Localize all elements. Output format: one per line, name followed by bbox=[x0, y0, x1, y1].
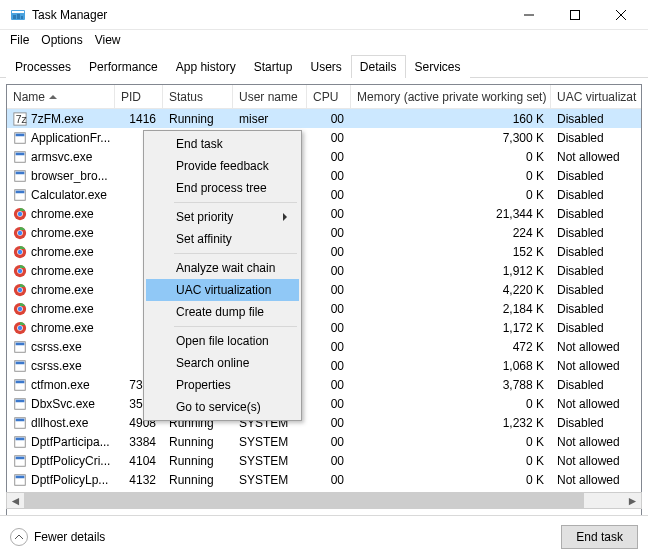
menu-item-uac-virtualization[interactable]: UAC virtualization bbox=[146, 279, 299, 301]
table-row[interactable]: Calculator.exe000 KDisabled bbox=[7, 185, 641, 204]
cell-uac: Disabled bbox=[551, 187, 637, 203]
menu-item-set-priority[interactable]: Set priority bbox=[146, 206, 299, 228]
table-row[interactable]: dllhost.exe4908RunningSYSTEM001,232 KDis… bbox=[7, 413, 641, 432]
cell-user: SYSTEM bbox=[233, 434, 307, 450]
footer-bar: Fewer details End task bbox=[0, 515, 648, 557]
process-icon bbox=[13, 264, 27, 278]
tab-performance[interactable]: Performance bbox=[80, 55, 167, 78]
table-row[interactable]: DbxSvc.exe3556RunningSYSTEM000 KNot allo… bbox=[7, 394, 641, 413]
cell-cpu: 00 bbox=[307, 244, 351, 260]
table-row[interactable]: ApplicationFr...007,300 KDisabled bbox=[7, 128, 641, 147]
table-row[interactable]: chrome.exe004,220 KDisabled bbox=[7, 280, 641, 299]
maximize-button[interactable] bbox=[552, 0, 598, 30]
cell-uac: Not allowed bbox=[551, 434, 637, 450]
cell-memory: 3,788 K bbox=[351, 377, 551, 393]
svg-rect-16 bbox=[16, 171, 25, 174]
process-icon bbox=[13, 283, 27, 297]
scroll-left-icon[interactable]: ◄ bbox=[7, 493, 24, 508]
cell-memory: 2,184 K bbox=[351, 301, 551, 317]
scroll-right-icon[interactable]: ► bbox=[624, 493, 641, 508]
process-icon bbox=[13, 454, 27, 468]
menu-item-end-process-tree[interactable]: End process tree bbox=[146, 177, 299, 199]
menu-item-analyze-wait-chain[interactable]: Analyze wait chain bbox=[146, 257, 299, 279]
table-row[interactable]: DptfParticipa...3384RunningSYSTEM000 KNo… bbox=[7, 432, 641, 451]
process-icon bbox=[13, 473, 27, 487]
close-button[interactable] bbox=[598, 0, 644, 30]
menu-item-set-affinity[interactable]: Set affinity bbox=[146, 228, 299, 250]
grid-body[interactable]: 7z7zFM.exe1416Runningmiser00160 KDisable… bbox=[7, 109, 641, 489]
cell-status: Running bbox=[163, 453, 233, 469]
tab-processes[interactable]: Processes bbox=[6, 55, 80, 78]
process-name: DbxSvc.exe bbox=[31, 397, 95, 411]
process-name: Calculator.exe bbox=[31, 188, 107, 202]
table-row[interactable]: armsvc.exeM000 KNot allowed bbox=[7, 147, 641, 166]
menu-file[interactable]: File bbox=[4, 31, 35, 49]
table-row[interactable]: chrome.exe001,172 KDisabled bbox=[7, 318, 641, 337]
table-row[interactable]: chrome.exe00152 KDisabled bbox=[7, 242, 641, 261]
minimize-button[interactable] bbox=[506, 0, 552, 30]
col-cpu[interactable]: CPU bbox=[307, 85, 351, 108]
process-icon bbox=[13, 207, 27, 221]
process-name: chrome.exe bbox=[31, 321, 94, 335]
process-name: armsvc.exe bbox=[31, 150, 92, 164]
tab-services[interactable]: Services bbox=[406, 55, 470, 78]
tab-startup[interactable]: Startup bbox=[245, 55, 302, 78]
cell-cpu: 00 bbox=[307, 225, 351, 241]
horizontal-scrollbar[interactable]: ◄ ► bbox=[6, 492, 642, 509]
col-name[interactable]: Name bbox=[7, 85, 115, 108]
table-row[interactable]: chrome.exe001,912 KDisabled bbox=[7, 261, 641, 280]
menu-options[interactable]: Options bbox=[35, 31, 88, 49]
cell-cpu: 00 bbox=[307, 377, 351, 393]
cell-memory: 160 K bbox=[351, 111, 551, 127]
table-row[interactable]: chrome.exe0021,344 KDisabled bbox=[7, 204, 641, 223]
col-pid[interactable]: PID bbox=[115, 85, 163, 108]
process-name: chrome.exe bbox=[31, 226, 94, 240]
process-icon bbox=[13, 188, 27, 202]
svg-rect-55 bbox=[16, 475, 25, 478]
cell-cpu: 00 bbox=[307, 320, 351, 336]
cell-pid: 4104 bbox=[115, 453, 163, 469]
col-memory[interactable]: Memory (active private working set) bbox=[351, 85, 551, 108]
col-user[interactable]: User name bbox=[233, 85, 307, 108]
table-row[interactable]: ctfmon.exe7308Runningmiser003,788 KDisab… bbox=[7, 375, 641, 394]
table-row[interactable]: csrss.exe001,068 KNot allowed bbox=[7, 356, 641, 375]
svg-text:7z: 7z bbox=[16, 112, 27, 124]
cell-cpu: 00 bbox=[307, 453, 351, 469]
scroll-thumb[interactable] bbox=[24, 493, 584, 508]
cell-memory: 0 K bbox=[351, 453, 551, 469]
menu-item-create-dump-file[interactable]: Create dump file bbox=[146, 301, 299, 323]
cell-uac: Disabled bbox=[551, 130, 637, 146]
menu-item-properties[interactable]: Properties bbox=[146, 374, 299, 396]
table-row[interactable]: csrss.exeM00472 KNot allowed bbox=[7, 337, 641, 356]
table-row[interactable]: browser_bro...000 KDisabled bbox=[7, 166, 641, 185]
tab-app-history[interactable]: App history bbox=[167, 55, 245, 78]
cell-cpu: 00 bbox=[307, 263, 351, 279]
col-status[interactable]: Status bbox=[163, 85, 233, 108]
table-row[interactable]: DptfPolicyCri...4104RunningSYSTEM000 KNo… bbox=[7, 451, 641, 470]
table-row[interactable]: 7z7zFM.exe1416Runningmiser00160 KDisable… bbox=[7, 109, 641, 128]
menu-item-end-task[interactable]: End task bbox=[146, 133, 299, 155]
menu-item-provide-feedback[interactable]: Provide feedback bbox=[146, 155, 299, 177]
menu-item-open-file-location[interactable]: Open file location bbox=[146, 330, 299, 352]
cell-uac: Not allowed bbox=[551, 453, 637, 469]
svg-rect-12 bbox=[16, 133, 25, 136]
svg-rect-49 bbox=[16, 418, 25, 421]
tab-users[interactable]: Users bbox=[301, 55, 350, 78]
svg-rect-4 bbox=[21, 16, 23, 19]
table-row[interactable]: DptfPolicyLp...4132RunningSYSTEM000 KNot… bbox=[7, 470, 641, 489]
menu-item-go-to-service-s-[interactable]: Go to service(s) bbox=[146, 396, 299, 418]
window-title: Task Manager bbox=[32, 8, 506, 22]
menu-item-search-online[interactable]: Search online bbox=[146, 352, 299, 374]
menu-view[interactable]: View bbox=[89, 31, 127, 49]
svg-point-24 bbox=[18, 230, 22, 234]
end-task-button[interactable]: End task bbox=[561, 525, 638, 549]
cell-pid: 3384 bbox=[115, 434, 163, 450]
table-row[interactable]: chrome.exe002,184 KDisabled bbox=[7, 299, 641, 318]
tab-details[interactable]: Details bbox=[351, 55, 406, 78]
col-uac[interactable]: UAC virtualizat bbox=[551, 85, 637, 108]
table-row[interactable]: chrome.exe00224 KDisabled bbox=[7, 223, 641, 242]
cell-cpu: 00 bbox=[307, 301, 351, 317]
fewer-details-toggle[interactable]: Fewer details bbox=[10, 528, 105, 546]
grid-header: Name PID Status User name CPU Memory (ac… bbox=[7, 85, 641, 109]
cell-uac: Disabled bbox=[551, 263, 637, 279]
